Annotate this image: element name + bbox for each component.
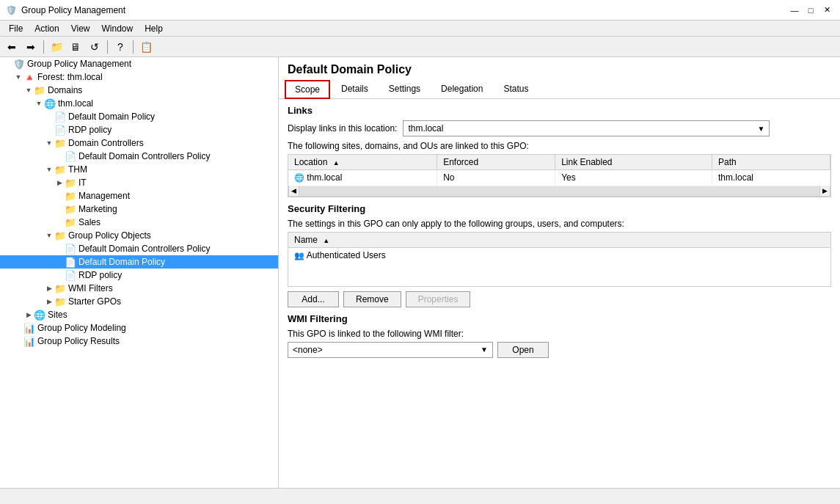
tree-item-it[interactable]: ▶ 📁 IT	[0, 176, 278, 189]
tree-label-mgmt: Management	[78, 191, 130, 201]
links-display-row: Display links in this location: thm.loca…	[288, 120, 831, 136]
display-links-label: Display links in this location:	[288, 123, 397, 134]
add-button[interactable]: Add...	[288, 291, 339, 307]
toggle-wmi[interactable]: ▶	[44, 285, 54, 292]
tree-item-gpo-rdp[interactable]: 📄 RDP policy	[0, 269, 278, 282]
tree-item-wmi[interactable]: ▶ 📁 WMI Filters	[0, 282, 278, 295]
menu-help[interactable]: Help	[139, 22, 169, 35]
menu-window[interactable]: Window	[96, 22, 139, 35]
scrollbar-track[interactable]	[299, 186, 819, 196]
gpo-ddp-icon: 📄	[65, 256, 76, 268]
tree-label-gpo-rdp: RDP policy	[78, 270, 122, 280]
menu-file[interactable]: File	[3, 22, 29, 35]
sort-location-icon: ▲	[333, 159, 340, 167]
toggle-forest[interactable]: ▼	[13, 73, 23, 81]
remove-button[interactable]: Remove	[343, 291, 401, 307]
tree-item-rdp[interactable]: 📄 RDP policy	[0, 123, 278, 136]
sec-table-header-row: Name ▲	[288, 232, 831, 247]
forward-button[interactable]: ➡	[22, 39, 40, 55]
app-icon: 🛡️	[6, 5, 17, 15]
table-row[interactable]: 🌐 thm.local No Yes thm.local	[288, 170, 830, 186]
tree-item-forest[interactable]: ▼ 🔺 Forest: thm.local	[0, 70, 278, 84]
menu-action[interactable]: Action	[29, 22, 65, 35]
sales-icon: 📁	[65, 216, 76, 228]
tree-item-thm2[interactable]: ▼ 📁 THM	[0, 163, 278, 176]
tree-item-gpo-folder[interactable]: ▼ 📁 Group Policy Objects	[0, 229, 278, 242]
tab-settings[interactable]: Settings	[379, 80, 430, 99]
tree-label-mktg: Marketing	[78, 204, 117, 214]
menu-view[interactable]: View	[65, 22, 96, 35]
gpo-ddcp-icon: 📄	[65, 243, 76, 255]
col-enforced: Enforced	[437, 155, 555, 170]
toggle-dc[interactable]: ▼	[44, 139, 54, 147]
back-button[interactable]: ⬅	[3, 39, 21, 55]
minimize-button[interactable]: —	[787, 4, 802, 17]
tree-item-mgmt[interactable]: 📁 Management	[0, 189, 278, 202]
scroll-right-btn[interactable]: ▶	[819, 186, 830, 196]
tree-label-gpm: Group Policy Management	[27, 59, 131, 69]
right-panel: Default Domain Policy Scope Details Sett…	[279, 57, 840, 488]
tree-item-sites[interactable]: ▶ 🌐 Sites	[0, 308, 278, 321]
tree-label-results: Group Policy Results	[37, 336, 120, 346]
links-table-container: Location ▲ Enforced Link Enabled Path	[288, 154, 831, 197]
tree-label-it: IT	[78, 178, 87, 188]
tree-item-gpo-ddcp[interactable]: 📄 Default Domain Controllers Policy	[0, 242, 278, 255]
sec-table-row[interactable]: 👥 Authenticated Users	[288, 247, 831, 263]
location-icon: 🌐	[294, 173, 304, 183]
wmi-filter-dropdown[interactable]: <none> ▼	[288, 342, 493, 358]
status-bar	[0, 488, 840, 504]
tree-item-gpo-ddp[interactable]: 📄 Default Domain Policy	[0, 255, 278, 269]
tree-item-mktg[interactable]: 📁 Marketing	[0, 202, 278, 216]
tree-item-ddcp[interactable]: 📄 Default Domain Controllers Policy	[0, 150, 278, 163]
cell-enforced: No	[437, 170, 555, 186]
sec-table-empty-row-1	[288, 263, 831, 274]
col-location: Location ▲	[288, 155, 437, 170]
tree-item-dc[interactable]: ▼ 📁 Domain Controllers	[0, 136, 278, 150]
links-dropdown-value: thm.local	[408, 123, 443, 134]
toggle-sites[interactable]: ▶	[23, 311, 34, 318]
tree-item-modeling[interactable]: 📊 Group Policy Modeling	[0, 321, 278, 335]
maximize-button[interactable]: □	[803, 4, 818, 17]
cell-sec-name: 👥 Authenticated Users	[288, 247, 831, 263]
help-button[interactable]: ?	[112, 39, 129, 55]
rdp-icon: 📄	[54, 124, 66, 136]
toggle-it[interactable]: ▶	[54, 179, 65, 186]
tree-item-ddp[interactable]: 📄 Default Domain Policy	[0, 110, 278, 123]
open-button[interactable]: 📁	[48, 39, 65, 55]
toggle-thm[interactable]: ▼	[34, 100, 44, 107]
wmi-open-button[interactable]: Open	[497, 342, 549, 358]
thm-icon: 🌐	[44, 98, 56, 109]
tree-item-starter[interactable]: ▶ 📁 Starter GPOs	[0, 295, 278, 308]
view-button[interactable]: 📋	[137, 39, 155, 55]
links-location-dropdown[interactable]: thm.local ▼	[403, 120, 770, 136]
tab-scope[interactable]: Scope	[285, 80, 330, 99]
domains-icon: 📁	[34, 84, 45, 96]
console-button[interactable]: 🖥	[67, 39, 84, 55]
tree-item-thm[interactable]: ▼ 🌐 thm.local	[0, 97, 278, 110]
toggle-gpo-folder[interactable]: ▼	[44, 232, 54, 239]
toggle-thm2[interactable]: ▼	[44, 166, 54, 173]
toolbar-separator-2	[107, 40, 108, 54]
col-path: Path	[712, 155, 830, 170]
tab-status[interactable]: Status	[494, 80, 538, 99]
tab-details[interactable]: Details	[332, 80, 378, 99]
tree-label-thm2: THM	[68, 164, 87, 175]
mktg-icon: 📁	[65, 203, 76, 215]
links-table-scrollbar[interactable]: ◀ ▶	[288, 186, 830, 197]
links-title: Links	[288, 105, 831, 116]
toggle-domains[interactable]: ▼	[23, 87, 34, 94]
wmi-icon: 📁	[54, 282, 66, 294]
properties-button[interactable]: Properties	[406, 291, 471, 307]
refresh-button[interactable]: ↺	[86, 39, 103, 55]
tree-item-sales[interactable]: 📁 Sales	[0, 216, 278, 229]
toggle-starter[interactable]: ▶	[44, 298, 54, 305]
scroll-left-btn[interactable]: ◀	[289, 186, 299, 196]
close-button[interactable]: ✕	[819, 4, 834, 17]
tree-item-domains[interactable]: ▼ 📁 Domains	[0, 84, 278, 97]
links-table-scroll[interactable]: Location ▲ Enforced Link Enabled Path	[288, 155, 830, 186]
tree-label-sites: Sites	[48, 310, 67, 320]
tab-delegation[interactable]: Delegation	[431, 80, 492, 99]
tree-item-results[interactable]: 📊 Group Policy Results	[0, 335, 278, 348]
tree-item-gpm[interactable]: 🛡️ Group Policy Management	[0, 57, 278, 70]
mgmt-icon: 📁	[65, 190, 76, 202]
